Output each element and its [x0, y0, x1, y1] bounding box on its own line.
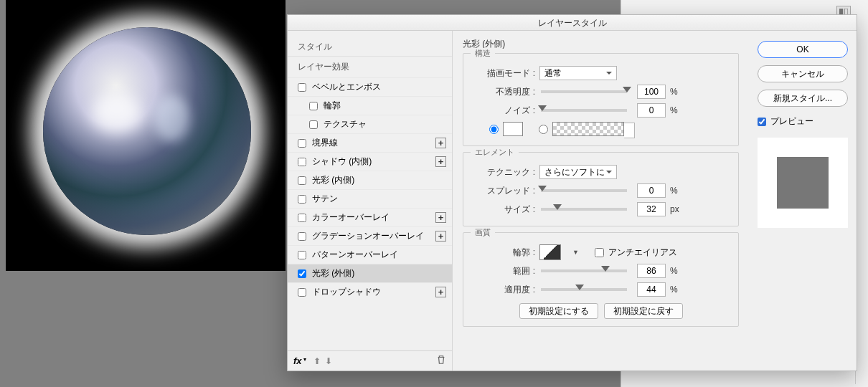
size-label: サイズ : [472, 204, 535, 216]
canvas-image [6, 0, 286, 271]
size-input[interactable] [637, 202, 666, 216]
opacity-input[interactable] [637, 85, 666, 99]
spread-input[interactable] [637, 183, 666, 198]
add-icon[interactable]: + [435, 138, 446, 148]
effect-label: テクスチャ [324, 118, 367, 130]
preview-thumbnail [758, 138, 848, 228]
layer-style-dialog: レイヤースタイル スタイル レイヤー効果 ベベルとエンボス 輪郭 テクスチャ 境… [287, 14, 857, 371]
glow-gradient-picker[interactable] [552, 122, 624, 136]
effect-outer-glow[interactable]: 光彩 (外側) [288, 264, 452, 282]
spread-slider[interactable] [541, 189, 627, 192]
checkbox-contour[interactable] [309, 102, 318, 110]
effect-pattern-overlay[interactable]: パターンオーバーレイ [288, 245, 452, 264]
size-slider[interactable] [541, 208, 627, 211]
range-input[interactable] [637, 264, 666, 278]
effect-satin[interactable]: サテン [288, 189, 452, 208]
ok-button[interactable]: OK [758, 41, 848, 58]
preview-label: プレビュー [770, 115, 813, 128]
move-down-icon[interactable]: ⬇ [325, 356, 332, 366]
effect-label: 光彩 (内側) [312, 174, 354, 186]
add-icon[interactable]: + [435, 156, 446, 167]
checkbox-texture[interactable] [309, 120, 318, 129]
effect-label: サテン [312, 193, 338, 205]
antialias-checkbox[interactable] [595, 248, 604, 257]
jitter-unit: % [670, 285, 686, 295]
effect-color-overlay[interactable]: カラーオーバーレイ+ [288, 208, 452, 226]
cancel-button[interactable]: キャンセル [758, 65, 848, 82]
color-radio[interactable] [489, 125, 499, 134]
noise-slider[interactable] [541, 109, 627, 112]
effect-texture[interactable]: テクスチャ [288, 115, 452, 133]
checkbox-inner-glow[interactable] [298, 176, 306, 185]
technique-select[interactable]: さらにソフトに [539, 165, 617, 179]
effect-stroke[interactable]: 境界線+ [288, 133, 452, 152]
effect-label: 境界線 [312, 137, 338, 149]
checkbox-inner-shadow[interactable] [298, 158, 306, 166]
effect-label: 輪郭 [324, 100, 341, 112]
effect-gradient-overlay[interactable]: グラデーションオーバーレイ+ [288, 226, 452, 245]
opacity-slider[interactable] [541, 90, 627, 93]
checkbox-drop-shadow[interactable] [298, 288, 306, 297]
section-title: 光彩 (外側) [463, 38, 739, 50]
noise-unit: % [670, 105, 686, 115]
artwork-orb [43, 27, 251, 235]
dialog-buttons-column: OK キャンセル 新規スタイル... プレビュー [749, 31, 857, 371]
checkbox-pattern-overlay[interactable] [298, 251, 306, 259]
new-style-button[interactable]: 新規スタイル... [758, 90, 848, 107]
style-list-column: スタイル レイヤー効果 ベベルとエンボス 輪郭 テクスチャ 境界線+ シャドウ … [288, 31, 453, 371]
effect-label: グラデーションオーバーレイ [312, 230, 424, 242]
effect-contour[interactable]: 輪郭 [288, 96, 452, 115]
layer-effects-header[interactable]: レイヤー効果 [288, 56, 452, 77]
opacity-label: 不透明度 : [472, 86, 535, 98]
spread-label: スプレッド : [472, 185, 535, 197]
checkbox-outer-glow[interactable] [298, 269, 306, 278]
trash-icon[interactable] [436, 355, 446, 367]
settings-column: 光彩 (外側) 構造 描画モード : 通常 不透明度 : % ノイズ : [453, 31, 749, 371]
range-slider[interactable] [541, 269, 627, 272]
effect-bevel-emboss[interactable]: ベベルとエンボス [288, 77, 452, 96]
noise-input[interactable] [637, 103, 666, 118]
jitter-input[interactable] [637, 282, 666, 297]
add-icon[interactable]: + [435, 212, 446, 223]
reset-default-button[interactable]: 初期設定に戻す [604, 303, 683, 319]
noise-label: ノイズ : [472, 105, 535, 117]
checkbox-grad-overlay[interactable] [298, 232, 306, 241]
styles-header[interactable]: スタイル [288, 38, 452, 56]
effect-inner-shadow[interactable]: シャドウ (内側)+ [288, 152, 452, 171]
checkbox-satin[interactable] [298, 195, 306, 204]
dialog-title: レイヤースタイル [288, 15, 857, 31]
move-up-icon[interactable]: ⬆ [313, 356, 321, 366]
glow-color-swatch[interactable] [503, 122, 523, 136]
technique-label: テクニック : [472, 166, 535, 178]
range-unit: % [670, 266, 686, 276]
range-label: 範囲 : [472, 265, 535, 277]
add-icon[interactable]: + [435, 231, 446, 242]
element-fieldset: エレメント テクニック : さらにソフトに スプレッド : % サイズ : px [463, 152, 739, 226]
spread-unit: % [670, 186, 686, 196]
style-list-footer: fx ▾ ⬆ ⬇ [288, 350, 452, 371]
blend-mode-select[interactable]: 通常 [539, 66, 617, 80]
effect-drop-shadow[interactable]: ドロップシャドウ+ [288, 282, 452, 301]
effect-label: カラーオーバーレイ [312, 211, 390, 224]
size-unit: px [670, 204, 686, 214]
effect-label: シャドウ (内側) [312, 156, 372, 168]
chevron-down-icon[interactable]: ▼ [572, 249, 579, 256]
preview-checkbox[interactable] [758, 118, 766, 126]
structure-legend: 構造 [471, 48, 495, 59]
jitter-slider[interactable] [541, 288, 627, 291]
gradient-radio[interactable] [539, 125, 548, 134]
checkbox-stroke[interactable] [298, 139, 306, 148]
jitter-label: 適用度 : [472, 284, 535, 296]
contour-picker[interactable] [539, 244, 561, 260]
fx-menu-icon[interactable]: fx [293, 355, 302, 366]
make-default-button[interactable]: 初期設定にする [519, 303, 598, 319]
structure-fieldset: 構造 描画モード : 通常 不透明度 : % ノイズ : % [463, 53, 739, 146]
antialias-label: アンチエイリアス [608, 247, 677, 259]
element-legend: エレメント [471, 147, 519, 158]
checkbox-bevel[interactable] [298, 83, 306, 92]
checkbox-color-overlay[interactable] [298, 214, 306, 222]
add-icon[interactable]: + [435, 287, 446, 297]
effect-inner-glow[interactable]: 光彩 (内側) [288, 171, 452, 189]
opacity-unit: % [670, 87, 686, 97]
quality-fieldset: 画質 輪郭 : ▼ アンチエイリアス 範囲 : % 適用度 : [463, 232, 739, 327]
